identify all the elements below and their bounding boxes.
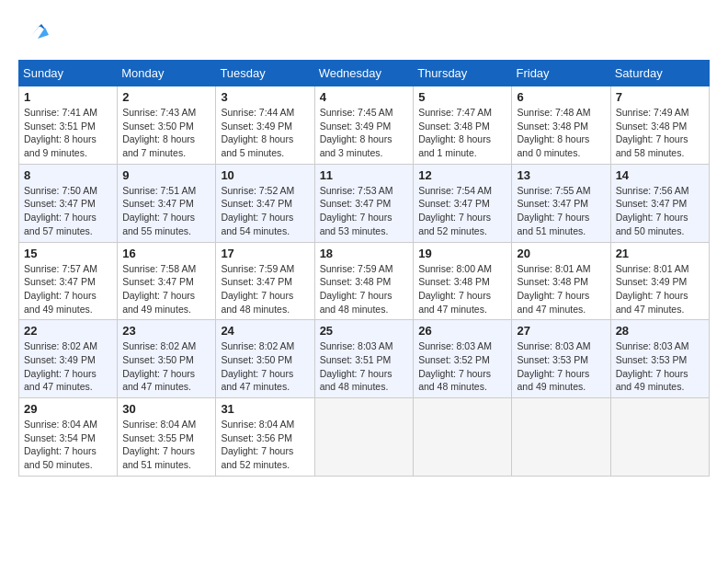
calendar-day-cell: 13Sunrise: 7:55 AMSunset: 3:47 PMDayligh… — [512, 164, 610, 242]
calendar-week-row: 22Sunrise: 8:02 AMSunset: 3:49 PMDayligh… — [19, 320, 710, 398]
day-number: 17 — [221, 247, 309, 260]
calendar-day-cell: 6Sunrise: 7:48 AMSunset: 3:48 PMDaylight… — [512, 86, 610, 165]
calendar-day-cell: 3Sunrise: 7:44 AMSunset: 3:49 PMDaylight… — [216, 86, 314, 165]
calendar-day-cell — [314, 398, 414, 477]
calendar-day-cell: 28Sunrise: 8:03 AMSunset: 3:53 PMDayligh… — [610, 320, 709, 398]
day-detail: Sunrise: 7:54 AMSunset: 3:47 PMDaylight:… — [418, 184, 506, 238]
calendar-day-cell: 25Sunrise: 8:03 AMSunset: 3:51 PMDayligh… — [314, 320, 414, 398]
day-detail: Sunrise: 8:00 AMSunset: 3:48 PMDaylight:… — [418, 262, 506, 316]
day-number: 18 — [320, 247, 409, 260]
calendar-week-row: 8Sunrise: 7:50 AMSunset: 3:47 PMDaylight… — [19, 164, 710, 242]
weekday-header-cell: Friday — [512, 61, 610, 86]
day-number: 11 — [320, 168, 409, 182]
calendar-day-cell — [414, 398, 512, 477]
calendar-day-cell: 23Sunrise: 8:02 AMSunset: 3:50 PMDayligh… — [118, 320, 216, 398]
day-detail: Sunrise: 7:43 AMSunset: 3:50 PMDaylight:… — [122, 106, 210, 160]
day-detail: Sunrise: 7:57 AMSunset: 3:47 PMDaylight:… — [24, 262, 112, 316]
calendar-week-row: 29Sunrise: 8:04 AMSunset: 3:54 PMDayligh… — [19, 398, 710, 477]
day-number: 23 — [122, 324, 210, 338]
day-number: 1 — [24, 90, 112, 104]
weekday-header-cell: Monday — [118, 61, 216, 86]
day-detail: Sunrise: 8:03 AMSunset: 3:52 PMDaylight:… — [418, 339, 506, 394]
calendar-day-cell — [610, 398, 709, 477]
day-detail: Sunrise: 8:01 AMSunset: 3:48 PMDaylight:… — [517, 262, 605, 316]
day-number: 25 — [320, 324, 409, 338]
calendar-table: SundayMondayTuesdayWednesdayThursdayFrid… — [18, 60, 710, 477]
day-number: 9 — [122, 168, 210, 182]
calendar-day-cell: 27Sunrise: 8:03 AMSunset: 3:53 PMDayligh… — [512, 320, 610, 398]
calendar-day-cell — [512, 398, 610, 477]
calendar-day-cell: 22Sunrise: 8:02 AMSunset: 3:49 PMDayligh… — [19, 320, 118, 398]
day-detail: Sunrise: 7:59 AMSunset: 3:48 PMDaylight:… — [320, 262, 409, 316]
weekday-header-cell: Wednesday — [314, 61, 414, 86]
weekday-header-cell: Sunday — [19, 61, 118, 86]
day-number: 20 — [517, 247, 605, 260]
day-detail: Sunrise: 7:56 AMSunset: 3:47 PMDaylight:… — [616, 184, 704, 238]
day-number: 31 — [221, 402, 309, 416]
day-number: 6 — [517, 90, 605, 104]
calendar-day-cell: 17Sunrise: 7:59 AMSunset: 3:47 PMDayligh… — [216, 242, 314, 320]
day-number: 8 — [24, 168, 112, 182]
day-number: 16 — [122, 247, 210, 260]
calendar-day-cell: 15Sunrise: 7:57 AMSunset: 3:47 PMDayligh… — [19, 242, 118, 320]
calendar-day-cell: 19Sunrise: 8:00 AMSunset: 3:48 PMDayligh… — [414, 242, 512, 320]
day-detail: Sunrise: 8:01 AMSunset: 3:49 PMDaylight:… — [616, 262, 704, 316]
day-number: 2 — [122, 90, 210, 104]
day-number: 10 — [221, 168, 309, 182]
calendar-day-cell: 9Sunrise: 7:51 AMSunset: 3:47 PMDaylight… — [118, 164, 216, 242]
calendar-day-cell: 1Sunrise: 7:41 AMSunset: 3:51 PMDaylight… — [19, 86, 118, 165]
day-detail: Sunrise: 7:45 AMSunset: 3:49 PMDaylight:… — [320, 106, 409, 160]
day-number: 30 — [122, 402, 210, 416]
calendar-day-cell: 20Sunrise: 8:01 AMSunset: 3:48 PMDayligh… — [512, 242, 610, 320]
day-detail: Sunrise: 7:44 AMSunset: 3:49 PMDaylight:… — [221, 106, 309, 160]
calendar-day-cell: 26Sunrise: 8:03 AMSunset: 3:52 PMDayligh… — [414, 320, 512, 398]
day-detail: Sunrise: 8:02 AMSunset: 3:50 PMDaylight:… — [122, 339, 210, 394]
day-detail: Sunrise: 8:04 AMSunset: 3:56 PMDaylight:… — [221, 418, 309, 472]
day-detail: Sunrise: 7:59 AMSunset: 3:47 PMDaylight:… — [221, 262, 309, 316]
weekday-header-cell: Thursday — [414, 61, 512, 86]
calendar-week-row: 15Sunrise: 7:57 AMSunset: 3:47 PMDayligh… — [19, 242, 710, 320]
day-detail: Sunrise: 7:51 AMSunset: 3:47 PMDaylight:… — [122, 184, 210, 238]
calendar-day-cell: 16Sunrise: 7:58 AMSunset: 3:47 PMDayligh… — [118, 242, 216, 320]
calendar-day-cell: 5Sunrise: 7:47 AMSunset: 3:48 PMDaylight… — [414, 86, 512, 165]
page-header — [18, 18, 710, 51]
day-detail: Sunrise: 7:53 AMSunset: 3:47 PMDaylight:… — [320, 184, 409, 238]
calendar-day-cell: 11Sunrise: 7:53 AMSunset: 3:47 PMDayligh… — [314, 164, 414, 242]
day-detail: Sunrise: 8:02 AMSunset: 3:49 PMDaylight:… — [24, 339, 112, 394]
day-number: 5 — [418, 90, 506, 104]
calendar-day-cell: 12Sunrise: 7:54 AMSunset: 3:47 PMDayligh… — [414, 164, 512, 242]
day-number: 27 — [517, 324, 605, 338]
calendar-day-cell: 18Sunrise: 7:59 AMSunset: 3:48 PMDayligh… — [314, 242, 414, 320]
day-detail: Sunrise: 8:02 AMSunset: 3:50 PMDaylight:… — [221, 339, 309, 394]
day-detail: Sunrise: 7:48 AMSunset: 3:48 PMDaylight:… — [517, 106, 605, 160]
day-number: 28 — [616, 324, 704, 338]
day-number: 24 — [221, 324, 309, 338]
calendar-day-cell: 4Sunrise: 7:45 AMSunset: 3:49 PMDaylight… — [314, 86, 414, 165]
day-number: 13 — [517, 168, 605, 182]
day-number: 12 — [418, 168, 506, 182]
day-detail: Sunrise: 8:03 AMSunset: 3:53 PMDaylight:… — [517, 339, 605, 394]
svg-marker-1 — [38, 28, 49, 39]
calendar-day-cell: 8Sunrise: 7:50 AMSunset: 3:47 PMDaylight… — [19, 164, 118, 242]
day-detail: Sunrise: 8:03 AMSunset: 3:51 PMDaylight:… — [320, 339, 409, 394]
weekday-header-cell: Tuesday — [216, 61, 314, 86]
logo-bird-icon — [21, 18, 49, 46]
day-detail: Sunrise: 7:52 AMSunset: 3:47 PMDaylight:… — [221, 184, 309, 238]
day-detail: Sunrise: 7:55 AMSunset: 3:47 PMDaylight:… — [517, 184, 605, 238]
calendar-day-cell: 24Sunrise: 8:02 AMSunset: 3:50 PMDayligh… — [216, 320, 314, 398]
calendar-day-cell: 2Sunrise: 7:43 AMSunset: 3:50 PMDaylight… — [118, 86, 216, 165]
day-number: 3 — [221, 90, 309, 104]
day-number: 4 — [320, 90, 409, 104]
day-number: 21 — [616, 247, 704, 260]
calendar-day-cell: 7Sunrise: 7:49 AMSunset: 3:48 PMDaylight… — [610, 86, 709, 165]
calendar-day-cell: 29Sunrise: 8:04 AMSunset: 3:54 PMDayligh… — [19, 398, 118, 477]
day-number: 22 — [24, 324, 112, 338]
day-number: 29 — [24, 402, 112, 416]
day-detail: Sunrise: 7:58 AMSunset: 3:47 PMDaylight:… — [122, 262, 210, 316]
day-number: 26 — [418, 324, 506, 338]
day-detail: Sunrise: 7:41 AMSunset: 3:51 PMDaylight:… — [24, 106, 112, 160]
day-number: 7 — [616, 90, 704, 104]
calendar-day-cell: 14Sunrise: 7:56 AMSunset: 3:47 PMDayligh… — [610, 164, 709, 242]
weekday-header-cell: Saturday — [610, 61, 709, 86]
day-detail: Sunrise: 8:03 AMSunset: 3:53 PMDaylight:… — [616, 339, 704, 394]
